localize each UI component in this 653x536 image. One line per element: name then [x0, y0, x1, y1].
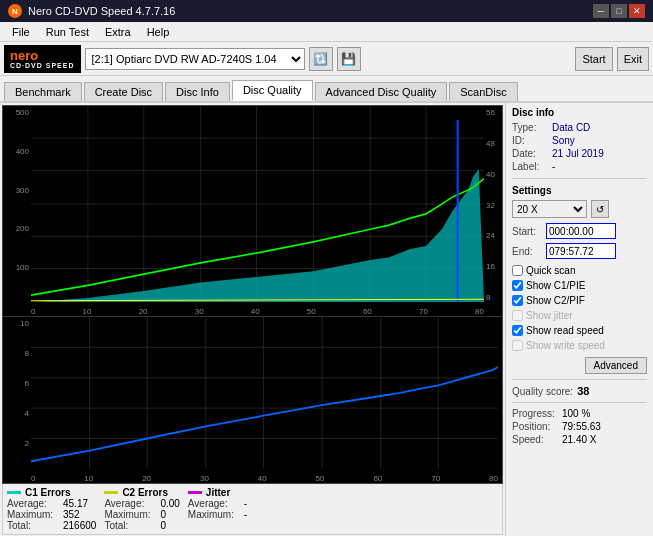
legend-c1-header: C1 Errors [7, 487, 96, 498]
menu-extra[interactable]: Extra [97, 24, 139, 40]
speed-row: 20 X ↺ [512, 200, 647, 218]
legend-jitter-label: Jitter [206, 487, 230, 498]
svg-marker-12 [31, 169, 484, 302]
legend: C1 Errors Average:45.17 Maximum:352 Tota… [2, 484, 503, 535]
jitter-average: - [244, 498, 247, 509]
c1-color-swatch [7, 491, 21, 494]
read-speed-checkbox[interactable] [512, 325, 523, 336]
disc-date-label: Date: [512, 148, 548, 159]
tab-disc-quality[interactable]: Disc Quality [232, 80, 313, 101]
c2-total: 0 [160, 520, 166, 531]
start-time-row: Start: 000:00.00 [512, 223, 647, 239]
jitter-checkbox[interactable] [512, 310, 523, 321]
lower-x-labels: 0 10 20 30 40 50 60 70 80 [31, 474, 498, 483]
app-icon: N [8, 4, 22, 18]
position-value: 79:55.63 [562, 421, 601, 432]
c1-average: 45.17 [63, 498, 88, 509]
toolbar: nero CD·DVD SPEED [2:1] Optiarc DVD RW A… [0, 42, 653, 76]
speed-progress-value: 21.40 X [562, 434, 596, 445]
speed-progress-label: Speed: [512, 434, 558, 445]
maximize-button[interactable]: □ [611, 4, 627, 18]
title-bar-text: Nero CD-DVD Speed 4.7.7.16 [28, 5, 175, 17]
checkbox-quick-scan: Quick scan [512, 265, 647, 276]
end-time-input[interactable]: 079:57.72 [546, 243, 616, 259]
progress-label: Progress: [512, 408, 558, 419]
advanced-button[interactable]: Advanced [585, 357, 647, 374]
close-button[interactable]: ✕ [629, 4, 645, 18]
tab-disc-info[interactable]: Disc Info [165, 82, 230, 101]
quality-score-label: Quality score: [512, 386, 573, 397]
refresh-drive-button[interactable]: 🔃 [309, 47, 333, 71]
disc-label-label: Label: [512, 161, 548, 172]
menu-run-test[interactable]: Run Test [38, 24, 97, 40]
jitter-label: Show jitter [526, 310, 573, 321]
c2-maximum: 0 [160, 509, 166, 520]
advanced-btn-container: Advanced [512, 357, 647, 374]
nero-sub-logo: CD·DVD SPEED [10, 62, 75, 69]
disc-type-value: Data CD [552, 122, 590, 133]
speed-refresh-button[interactable]: ↺ [591, 200, 609, 218]
quality-score-row: Quality score: 38 [512, 385, 647, 397]
disc-type-label: Type: [512, 122, 548, 133]
legend-c1-stats: Average:45.17 Maximum:352 Total:216600 [7, 498, 96, 531]
write-speed-label: Show write speed [526, 340, 605, 351]
tab-benchmark[interactable]: Benchmark [4, 82, 82, 101]
start-time-input[interactable]: 000:00.00 [546, 223, 616, 239]
legend-c2-header: C2 Errors [104, 487, 179, 498]
quick-scan-label: Quick scan [526, 265, 575, 276]
legend-c1-label: C1 Errors [25, 487, 71, 498]
upper-chart: 500 400 300 200 100 56 48 40 32 24 16 8 [3, 106, 502, 317]
disc-label-row: Label: - [512, 161, 647, 172]
position-row: Position: 79:55.63 [512, 421, 647, 432]
position-label: Position: [512, 421, 558, 432]
tabs-bar: Benchmark Create Disc Disc Info Disc Qua… [0, 76, 653, 103]
tab-create-disc[interactable]: Create Disc [84, 82, 163, 101]
c2-pif-label: Show C2/PIF [526, 295, 585, 306]
speed-row-progress: Speed: 21.40 X [512, 434, 647, 445]
write-speed-checkbox[interactable] [512, 340, 523, 351]
lower-chart: 10 8 6 4 2 [3, 317, 502, 483]
disc-id-row: ID: Sony [512, 135, 647, 146]
c2-average: 0.00 [160, 498, 179, 509]
speed-select[interactable]: 20 X [512, 200, 587, 218]
minimize-button[interactable]: ─ [593, 4, 609, 18]
disc-id-label: ID: [512, 135, 548, 146]
checkbox-jitter: Show jitter [512, 310, 647, 321]
divider-3 [512, 402, 647, 403]
menu-bar: File Run Test Extra Help [0, 22, 653, 42]
legend-c2-label: C2 Errors [122, 487, 168, 498]
c1-maximum: 352 [63, 509, 80, 520]
legend-c1: C1 Errors Average:45.17 Maximum:352 Tota… [7, 487, 96, 531]
lower-chart-svg [31, 317, 498, 469]
disc-date-row: Date: 21 Jul 2019 [512, 148, 647, 159]
quick-scan-checkbox[interactable] [512, 265, 523, 276]
checkbox-write-speed: Show write speed [512, 340, 647, 351]
legend-jitter: Jitter Average:- Maximum:- [188, 487, 247, 531]
drive-select[interactable]: [2:1] Optiarc DVD RW AD-7240S 1.04 [85, 48, 305, 70]
tab-advanced-disc-quality[interactable]: Advanced Disc Quality [315, 82, 448, 101]
save-button[interactable]: 💾 [337, 47, 361, 71]
checkbox-read-speed: Show read speed [512, 325, 647, 336]
legend-jitter-header: Jitter [188, 487, 247, 498]
tab-scan-disc[interactable]: ScanDisc [449, 82, 517, 101]
nero-logo-text: nero [10, 49, 75, 62]
jitter-color-swatch [188, 491, 202, 494]
upper-x-labels: 0 10 20 30 40 50 60 70 80 [31, 307, 484, 316]
main-content: 500 400 300 200 100 56 48 40 32 24 16 8 [0, 103, 653, 536]
lower-y-labels: 10 8 6 4 2 [3, 317, 31, 471]
jitter-maximum: - [244, 509, 247, 520]
nero-logo: nero CD·DVD SPEED [4, 45, 81, 73]
c1-total: 216600 [63, 520, 96, 531]
checkbox-c1-pie: Show C1/PIE [512, 280, 647, 291]
c2-pif-checkbox[interactable] [512, 295, 523, 306]
start-button[interactable]: Start [575, 47, 612, 71]
exit-button[interactable]: Exit [617, 47, 649, 71]
menu-file[interactable]: File [4, 24, 38, 40]
disc-info-title: Disc info [512, 107, 647, 118]
legend-c2-stats: Average:0.00 Maximum:0 Total:0 [104, 498, 179, 531]
c1-pie-checkbox[interactable] [512, 280, 523, 291]
menu-help[interactable]: Help [139, 24, 178, 40]
disc-id-value: Sony [552, 135, 575, 146]
charts-section: 500 400 300 200 100 56 48 40 32 24 16 8 [2, 105, 503, 535]
checkbox-c2-pif: Show C2/PIF [512, 295, 647, 306]
